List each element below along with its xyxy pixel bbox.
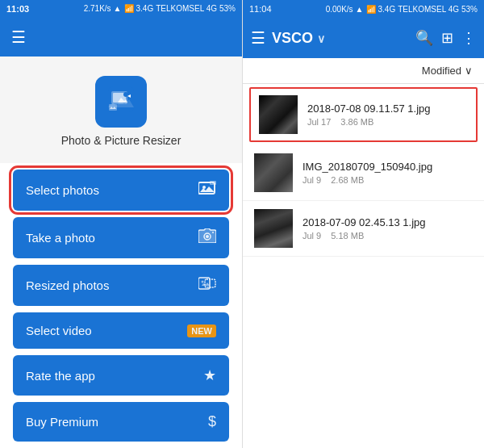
file-size-1: 2.68 MB bbox=[331, 175, 364, 185]
status-icons-right: 0.00K/s ▲ 📶 3.4G TELKOMSEL 4G 53% bbox=[326, 5, 478, 14]
signal-icon-right: ▲ bbox=[356, 5, 364, 14]
speed-right: 0.00K/s bbox=[326, 5, 353, 14]
hamburger-icon[interactable]: ☰ bbox=[11, 27, 26, 47]
speed-left: 2.71K/s bbox=[84, 4, 111, 13]
select-photos-button[interactable]: Select photos + bbox=[13, 170, 229, 211]
carrier-right: TELKOMSEL 4G bbox=[398, 5, 459, 14]
file-name-0: 2018-07-08 09.11.57 1.jpg bbox=[307, 103, 468, 115]
network-left: 3.4G bbox=[136, 4, 154, 13]
file-item[interactable]: IMG_20180709_150940.jpg Jul 9 2.68 MB bbox=[243, 145, 484, 201]
resized-icon bbox=[198, 276, 216, 295]
file-name-2: 2018-07-09 02.45.13 1.jpg bbox=[302, 216, 473, 228]
star-icon: ★ bbox=[203, 366, 216, 384]
file-date-0: Jul 17 bbox=[307, 117, 331, 127]
file-thumbnail-0 bbox=[259, 95, 298, 134]
file-name-1: IMG_20180709_150940.jpg bbox=[302, 161, 473, 173]
left-panel: 11:03 2.71K/s ▲ 📶 3.4G TELKOMSEL 4G 53% … bbox=[0, 0, 242, 448]
status-bar-left: 11:03 2.71K/s ▲ 📶 3.4G TELKOMSEL 4G 53% bbox=[0, 0, 242, 17]
resized-photos-label: Resized photos bbox=[26, 278, 109, 292]
file-thumbnail-2 bbox=[254, 209, 293, 248]
app-header: Photo & Picture Resizer bbox=[0, 57, 242, 163]
file-date-1: Jul 9 bbox=[302, 175, 321, 185]
time-left: 11:03 bbox=[6, 4, 29, 14]
more-icon[interactable]: ⋮ bbox=[461, 29, 476, 47]
battery-left: 53% bbox=[219, 4, 236, 13]
sort-chevron-icon[interactable]: ∨ bbox=[465, 65, 473, 77]
status-bar-right: 11:04 0.00K/s ▲ 📶 3.4G TELKOMSEL 4G 53% bbox=[243, 0, 484, 18]
buttons-area: Select photos + Take a photo bbox=[0, 163, 242, 448]
dollar-icon: $ bbox=[208, 413, 216, 430]
svg-point-3 bbox=[123, 92, 128, 97]
rate-app-label: Rate the app bbox=[26, 369, 95, 383]
svg-point-6 bbox=[202, 186, 206, 189]
svg-point-11 bbox=[212, 232, 214, 233]
select-photos-label: Select photos bbox=[26, 183, 99, 197]
wifi-icon: 📶 bbox=[124, 4, 134, 13]
rate-app-button[interactable]: Rate the app ★ bbox=[13, 355, 229, 396]
select-photos-icon: + bbox=[198, 181, 216, 199]
file-meta-2: Jul 9 5.18 MB bbox=[302, 231, 473, 241]
take-photo-button[interactable]: Take a photo bbox=[13, 217, 229, 258]
svg-rect-4 bbox=[109, 104, 117, 111]
vsco-chevron: ∨ bbox=[317, 32, 325, 45]
app-logo-icon bbox=[106, 85, 136, 119]
wifi-icon-right: 📶 bbox=[366, 5, 376, 14]
file-meta-1: Jul 9 2.68 MB bbox=[302, 175, 473, 185]
top-bar-right-icons: 🔍 ⊞ ⋮ bbox=[415, 29, 476, 47]
battery-right: 53% bbox=[461, 5, 478, 14]
file-list: 2018-07-08 09.11.57 1.jpg Jul 17 3.86 MB… bbox=[243, 84, 484, 448]
file-item[interactable]: 2018-07-08 09.11.57 1.jpg Jul 17 3.86 MB bbox=[249, 87, 478, 142]
buy-premium-label: Buy Premium bbox=[26, 415, 98, 429]
buy-premium-button[interactable]: Buy Premium $ bbox=[13, 402, 229, 442]
carrier-left: TELKOMSEL 4G bbox=[156, 4, 217, 13]
svg-point-14 bbox=[202, 281, 204, 283]
time-right: 11:04 bbox=[249, 4, 272, 14]
file-date-2: Jul 9 bbox=[302, 231, 321, 241]
top-bar-left: ☰ bbox=[0, 17, 242, 57]
take-photo-label: Take a photo bbox=[26, 231, 95, 245]
file-info-1: IMG_20180709_150940.jpg Jul 9 2.68 MB bbox=[302, 161, 473, 185]
file-size-2: 5.18 MB bbox=[331, 231, 364, 241]
file-item[interactable]: 2018-07-09 02.45.13 1.jpg Jul 9 5.18 MB bbox=[243, 201, 484, 257]
search-icon[interactable]: 🔍 bbox=[415, 29, 433, 47]
vsco-title: VSCO ∨ bbox=[272, 30, 409, 47]
sort-label: Modified bbox=[422, 65, 461, 77]
app-title: Photo & Picture Resizer bbox=[61, 134, 182, 147]
right-panel: 11:04 0.00K/s ▲ 📶 3.4G TELKOMSEL 4G 53% … bbox=[242, 0, 484, 448]
select-video-button[interactable]: Select video NEW bbox=[13, 312, 229, 349]
hamburger-icon-right[interactable]: ☰ bbox=[251, 28, 265, 48]
network-right: 3.4G bbox=[378, 5, 396, 14]
status-icons-left: 2.71K/s ▲ 📶 3.4G TELKOMSEL 4G 53% bbox=[84, 4, 236, 13]
file-size-0: 3.86 MB bbox=[340, 117, 373, 127]
camera-icon bbox=[198, 228, 216, 247]
signal-icon: ▲ bbox=[114, 4, 122, 13]
top-bar-right: ☰ VSCO ∨ 🔍 ⊞ ⋮ bbox=[243, 18, 484, 58]
file-info-2: 2018-07-09 02.45.13 1.jpg Jul 9 5.18 MB bbox=[302, 216, 473, 241]
grid-icon[interactable]: ⊞ bbox=[441, 29, 453, 47]
file-thumbnail-1 bbox=[254, 153, 293, 192]
app-logo bbox=[95, 76, 147, 128]
file-meta-0: Jul 17 3.86 MB bbox=[307, 117, 468, 127]
file-info-0: 2018-07-08 09.11.57 1.jpg Jul 17 3.86 MB bbox=[307, 103, 468, 127]
select-video-label: Select video bbox=[26, 324, 92, 337]
svg-point-10 bbox=[206, 235, 209, 238]
new-badge: NEW bbox=[187, 324, 216, 337]
resized-photos-button[interactable]: Resized photos bbox=[13, 265, 229, 306]
sort-bar: Modified ∨ bbox=[243, 58, 484, 84]
